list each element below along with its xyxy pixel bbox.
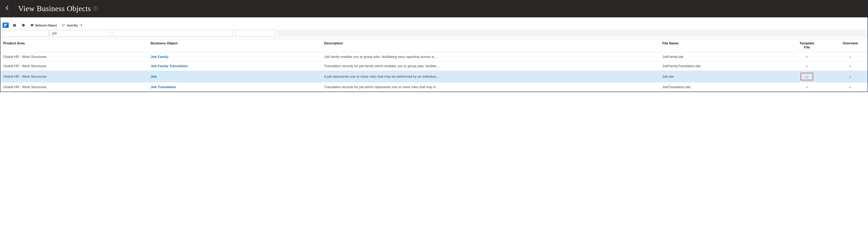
download-overview-icon[interactable] [848,74,852,78]
business-object-link[interactable]: Job Family [151,55,168,59]
cell-description: Translation records for job which repres… [321,83,659,92]
download-overview-icon[interactable] [848,85,852,89]
filter-product-area[interactable] [3,30,49,37]
query-by-example-button[interactable] [3,23,9,28]
download-overview-icon[interactable] [848,64,852,68]
chevron-down-icon: ▼ [80,24,83,27]
col-description[interactable]: Description [321,39,659,52]
detach-button[interactable] [11,23,18,28]
cell-overview [833,62,868,71]
cell-business-object: Job Family [148,52,321,62]
page-header: View Business Objects ? [0,0,868,18]
cell-description: Job family enables you to group jobs, fa… [321,52,659,62]
cell-product-area: Global HR - Work Structures [0,83,148,92]
svg-point-11 [62,25,63,25]
cell-overview [833,52,868,62]
svg-rect-6 [31,24,33,26]
business-object-link[interactable]: Job [151,75,157,78]
cell-file-name: Job.dat [659,71,781,83]
sort-by-button[interactable]: Sort By ▼ [61,23,84,28]
col-overview[interactable]: Overview [833,39,868,52]
cell-file-name: JobFamily.dat [659,52,781,62]
table-row[interactable]: Global HR - Work StructuresJob Family Tr… [0,62,868,71]
svg-point-12 [62,26,63,26]
cell-file-name: JobTranslation.dat [659,83,781,92]
business-objects-table: Product Area Business Object Description… [0,39,868,92]
cell-file-name: JobFamilyTranslation.dat [659,62,781,71]
download-template-icon[interactable] [805,85,809,89]
help-icon[interactable]: ? [93,6,98,11]
page-title: View Business Objects ? [18,4,98,13]
table-row[interactable]: Global HR - Work StructuresJobA job repr… [0,71,868,83]
cell-business-object: Job Family Translation [148,62,321,71]
filter-business-object[interactable] [50,30,111,37]
business-object-link[interactable]: Job Translation [151,85,176,89]
cell-description: Translation records for job family which… [321,62,659,71]
col-template-file[interactable]: Template File [781,39,833,52]
col-product-area[interactable]: Product Area [0,39,148,52]
cell-template-file [781,62,833,71]
business-object-link[interactable]: Job Family Translation [151,64,188,68]
svg-rect-1 [4,25,6,26]
decorative-band [0,18,868,21]
filter-file-name[interactable] [235,30,275,37]
table-row[interactable]: Global HR - Work StructuresJob FamilyJob… [0,52,868,62]
cell-product-area: Global HR - Work Structures [0,52,148,62]
cell-product-area: Global HR - Work Structures [0,62,148,71]
refresh-object-label: Refresh Object [35,24,57,27]
cell-template-file [781,83,833,92]
refresh-object-button[interactable]: Refresh Object [29,23,58,28]
page-title-text: View Business Objects [18,4,91,13]
refresh-icon[interactable] [20,23,26,28]
cell-overview [833,83,868,92]
filter-row [1,29,867,39]
toolbar: Refresh Object Sort By ▼ [1,21,867,29]
cell-business-object: Job [148,71,321,83]
download-overview-icon[interactable] [848,54,852,59]
cell-description: A job represents one or more roles that … [321,71,659,83]
svg-rect-3 [13,24,16,27]
svg-rect-2 [4,26,5,27]
download-template-icon[interactable] [805,54,809,59]
toolbar-container: Refresh Object Sort By ▼ [0,21,868,39]
download-template-icon[interactable] [805,64,809,68]
cell-business-object: Job Translation [148,83,321,92]
filter-tail [278,30,865,37]
cell-product-area: Global HR - Work Structures [0,71,148,83]
svg-point-10 [62,24,63,25]
cell-template-file [781,52,833,62]
svg-rect-0 [4,24,7,24]
filter-description[interactable] [113,30,233,37]
sort-by-label: Sort By [67,24,78,27]
cell-template-file [781,71,833,83]
download-template-icon[interactable] [805,74,809,79]
col-file-name[interactable]: File Name [659,39,781,52]
back-icon[interactable] [4,5,10,12]
highlight-box [801,73,813,80]
cell-overview [833,71,868,83]
table-row[interactable]: Global HR - Work StructuresJob Translati… [0,83,868,92]
col-business-object[interactable]: Business Object [148,39,321,52]
